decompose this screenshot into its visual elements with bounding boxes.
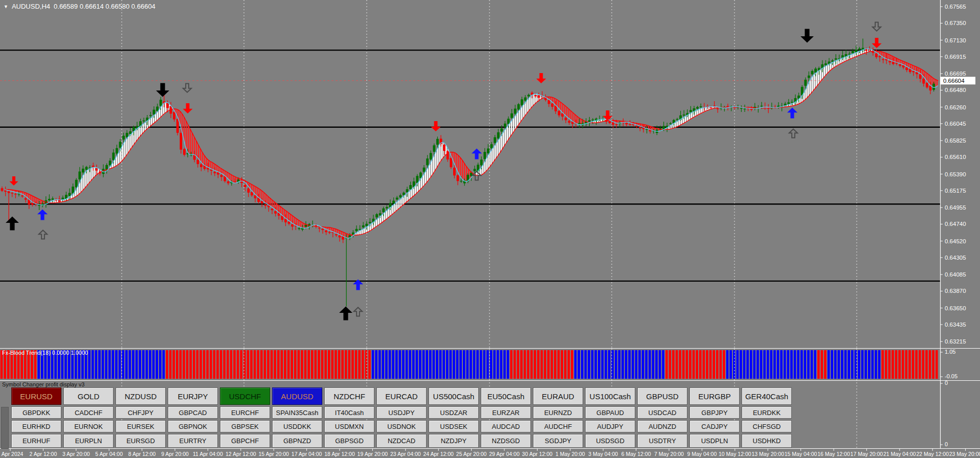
trend-band [8, 49, 938, 238]
symbol-button-USDSGD[interactable]: USDSGD [585, 434, 635, 448]
symbol-button-EURCAD[interactable]: EURCAD [376, 387, 427, 405]
symbol-button-EURPLN[interactable]: EURPLN [63, 434, 114, 448]
svg-text:29 Apr 04:00: 29 Apr 04:00 [489, 451, 520, 457]
symbol-button-CHFSGD[interactable]: CHFSGD [742, 420, 792, 432]
symbol-button-EURZAR[interactable]: EURZAR [481, 406, 531, 419]
symbol-button-GBPSGD[interactable]: GBPSGD [324, 434, 374, 448]
symbol-button-AUDUSD[interactable]: AUDUSD [272, 387, 322, 405]
symbol-button-GBPUSD[interactable]: GBPUSD [637, 387, 687, 405]
symbol-button-EURSGD[interactable]: EURSGD [116, 434, 166, 448]
symbol-button-NZDCHF[interactable]: NZDCHF [324, 387, 374, 405]
symbol-button-US500Cash[interactable]: US500Cash [429, 387, 479, 405]
svg-text:23 Apr 04:00: 23 Apr 04:00 [390, 451, 421, 457]
symbol-button-EU50Cash[interactable]: EU50Cash [481, 387, 531, 405]
chart-ohlc-values: 0.66589 0.66614 0.66580 0.66604 [54, 3, 155, 10]
symbol-button-GER40Cash[interactable]: GER40Cash [742, 387, 792, 405]
svg-text:12 Apr 12:00: 12 Apr 12:00 [226, 451, 256, 457]
symbol-button-AUDJPY[interactable]: AUDJPY [585, 420, 635, 432]
svg-text:0.66695: 0.66695 [945, 71, 966, 77]
symbol-button-GBPJPY[interactable]: GBPJPY [689, 406, 740, 419]
symbol-button-EURNOK[interactable]: EURNOK [63, 420, 114, 432]
symbol-button-EURDKK[interactable]: EURDKK [742, 406, 792, 419]
svg-text:9 May 04:00: 9 May 04:00 [687, 451, 717, 457]
svg-text:0.65610: 0.65610 [945, 154, 966, 160]
signal-arrow-buy-up [37, 210, 48, 220]
symbol-button-EURTRY[interactable]: EURTRY [168, 434, 218, 448]
moving-average-lines [5, 49, 938, 238]
svg-text:0.67130: 0.67130 [945, 37, 966, 43]
panel-resize-handle[interactable] [1, 407, 9, 449]
svg-text:0.66915: 0.66915 [945, 54, 966, 60]
signal-arrow-outline-down [183, 84, 191, 93]
symbol-button-USDZAR[interactable]: USDZAR [429, 406, 479, 419]
symbol-button-EURUSD[interactable]: EURUSD [11, 387, 61, 405]
svg-text:10 May 12:00: 10 May 12:00 [719, 451, 751, 457]
signal-arrow-sell-down [431, 121, 440, 131]
symbol-button-EURGBP[interactable]: EURGBP [689, 387, 740, 405]
svg-text:0.66480: 0.66480 [945, 87, 966, 93]
symbol-button-NZDSGD[interactable]: NZDSGD [481, 434, 531, 448]
svg-text:0.66045: 0.66045 [945, 121, 966, 127]
symbol-button-EURCHF[interactable]: EURCHF [220, 406, 270, 419]
symbol-button-USDCAD[interactable]: USDCAD [637, 406, 687, 419]
svg-text:8 Apr 12:00: 8 Apr 12:00 [128, 451, 156, 457]
symbol-button-CHFJPY[interactable]: CHFJPY [116, 406, 166, 419]
symbol-button-AUDCHF[interactable]: AUDCHF [533, 420, 583, 432]
symbol-button-GBPSEK[interactable]: GBPSEK [220, 420, 270, 432]
svg-text:0.65390: 0.65390 [945, 171, 966, 177]
symbol-button-GBPDKK[interactable]: GBPDKK [11, 406, 61, 419]
svg-text:11 Apr 04:00: 11 Apr 04:00 [193, 451, 223, 457]
symbol-button-AUDCAD[interactable]: AUDCAD [481, 420, 531, 432]
svg-text:3 May 04:00: 3 May 04:00 [588, 451, 618, 457]
symbol-button-row-3: EURHKDEURNOKEURSEKGBPNOKGBPSEKUSDDKKUSDM… [11, 420, 792, 432]
time-axis[interactable]: 1 Apr 20242 Apr 12:003 Apr 20:005 Apr 04… [0, 449, 980, 457]
symbol-button-CADJPY[interactable]: CADJPY [689, 420, 740, 432]
symbol-button-EURHKD[interactable]: EURHKD [11, 420, 61, 432]
symbol-button-NZDJPY[interactable]: NZDJPY [429, 434, 479, 448]
svg-text:0.63435: 0.63435 [945, 322, 966, 328]
symbol-button-GBPNZD[interactable]: GBPNZD [272, 434, 322, 448]
svg-text:5 Apr 04:00: 5 Apr 04:00 [95, 451, 123, 457]
symbol-button-SPAIN35Cash[interactable]: SPAIN35Cash [272, 406, 322, 419]
symbol-button-EURSEK[interactable]: EURSEK [116, 420, 166, 432]
symbol-button-USDPLN[interactable]: USDPLN [689, 434, 740, 448]
svg-text:0.64085: 0.64085 [945, 271, 966, 278]
symbol-button-SGDJPY[interactable]: SGDJPY [533, 434, 583, 448]
svg-text:9 Apr 20:00: 9 Apr 20:00 [161, 451, 189, 457]
symbol-button-USDNOK[interactable]: USDNOK [376, 420, 427, 432]
symbol-button-USDHKD[interactable]: USDHKD [742, 434, 792, 448]
symbol-button-USDMXN[interactable]: USDMXN [324, 420, 374, 432]
symbol-button-AUDNZD[interactable]: AUDNZD [637, 420, 687, 432]
symbol-button-GBPNOK[interactable]: GBPNOK [168, 420, 218, 432]
signal-arrow-black-down [156, 83, 169, 97]
svg-text:18 Apr 12:00: 18 Apr 12:00 [324, 451, 355, 457]
svg-text:0.66260: 0.66260 [945, 104, 966, 110]
symbol-button-GBPCHF[interactable]: GBPCHF [220, 434, 270, 448]
symbol-button-GOLD[interactable]: GOLD [63, 387, 114, 405]
symbol-button-USDSEK[interactable]: USDSEK [429, 420, 479, 432]
symbol-button-NZDUSD[interactable]: NZDUSD [116, 387, 166, 405]
svg-text:-0.05: -0.05 [945, 373, 957, 379]
symbol-button-USDJPY[interactable]: USDJPY [376, 406, 427, 419]
symbol-button-EURJPY[interactable]: EURJPY [168, 387, 218, 405]
chart-title: ▼ AUDUSD,H4 0.66589 0.66614 0.66580 0.66… [4, 3, 155, 10]
symbol-button-EURAUD[interactable]: EURAUD [533, 387, 583, 405]
symbol-button-USDCHF[interactable]: USDCHF [220, 387, 270, 405]
symbol-button-GBPCAD[interactable]: GBPCAD [168, 406, 218, 419]
symbol-button-NZDCAD[interactable]: NZDCAD [376, 434, 427, 448]
symbol-button-EURNZD[interactable]: EURNZD [533, 406, 583, 419]
price-axis[interactable]: 0.675650.673500.671300.669150.666950.664… [940, 4, 975, 345]
svg-text:15 May 04:00: 15 May 04:00 [785, 451, 817, 457]
symbol-dropdown-icon[interactable]: ▼ [4, 4, 8, 9]
symbol-button-USDDKK[interactable]: USDDKK [272, 420, 322, 432]
symbol-button-US100Cash[interactable]: US100Cash [585, 387, 635, 405]
symbol-button-IT40Cash[interactable]: IT40Cash [324, 406, 374, 419]
svg-text:17 May 20:00: 17 May 20:00 [851, 451, 883, 457]
symbol-button-CADCHF[interactable]: CADCHF [63, 406, 114, 419]
symbol-button-EURHUF[interactable]: EURHUF [11, 434, 61, 448]
symbol-changer-label: Symbol Changer profit display v3 [2, 381, 84, 387]
symbol-button-USDTRY[interactable]: USDTRY [637, 434, 687, 448]
symbol-button-GBPAUD[interactable]: GBPAUD [585, 406, 635, 419]
horizontal-levels [0, 50, 940, 281]
signal-arrow-black-up [339, 307, 352, 320]
